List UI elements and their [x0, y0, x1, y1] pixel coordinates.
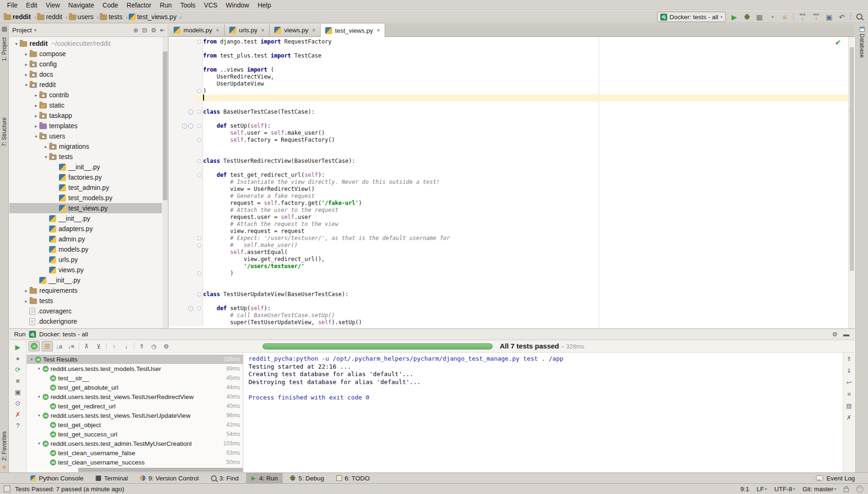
gutter[interactable]: [169, 256, 195, 263]
tab-urls-py[interactable]: urls.py×: [225, 24, 270, 36]
tree-item-factories.py[interactable]: factories.py: [9, 172, 162, 182]
debug-icon[interactable]: [743, 14, 751, 21]
readonly-lock-icon[interactable]: [844, 488, 849, 492]
gutter[interactable]: [169, 116, 195, 123]
gutter[interactable]: [169, 242, 195, 249]
fold-gutter[interactable]: [195, 249, 203, 256]
fold-gutter[interactable]: -: [195, 38, 203, 45]
tree-item-__init__.py[interactable]: __init__.py: [9, 162, 162, 172]
gutter[interactable]: [169, 249, 195, 256]
tree-item-requirements[interactable]: ▸requirements: [9, 285, 162, 296]
clear-button[interactable]: ✗: [846, 414, 852, 421]
test-row-Test Results[interactable]: ▾okTest Results328ms: [27, 355, 243, 364]
fold-icon[interactable]: -: [197, 138, 201, 142]
test-row-test_clean_username_success[interactable]: oktest_clean_username_success50ms: [27, 458, 243, 467]
tree-item-views.py[interactable]: views.py: [9, 265, 162, 275]
tree-item-compose[interactable]: ▸compose: [9, 49, 162, 59]
run-icon[interactable]: ▶: [730, 14, 738, 21]
gutter[interactable]: [169, 298, 195, 305]
tree-item-admin.py[interactable]: admin.py: [9, 234, 162, 244]
test-row-test_get_redirect_url[interactable]: oktest_get_redirect_url40ms: [27, 401, 243, 411]
vcs-update-icon[interactable]: VCS↓: [798, 13, 807, 21]
test-row-test__str__[interactable]: oktest__str__45ms: [27, 373, 243, 383]
close-icon[interactable]: ×: [216, 27, 219, 34]
fold-icon[interactable]: -: [197, 292, 201, 297]
settings-icon[interactable]: ⚙: [151, 27, 156, 34]
tree-item-contrib[interactable]: ▸contrib: [9, 90, 162, 100]
star-icon[interactable]: ★: [1, 464, 7, 471]
tree-item-test_models.py[interactable]: test_models.py: [9, 193, 162, 203]
tree-item-.coveragerc[interactable]: .coveragerc: [9, 306, 162, 316]
fold-gutter[interactable]: -: [195, 270, 203, 277]
sidebar-item-database[interactable]: Database: [859, 34, 865, 58]
fold-gutter[interactable]: [195, 186, 203, 193]
hide-icon[interactable]: ▬: [843, 331, 849, 338]
fold-gutter[interactable]: [195, 298, 203, 305]
code-editor[interactable]: -from django.test import RequestFactoryf…: [169, 37, 848, 328]
menu-item-run[interactable]: Run: [155, 0, 176, 10]
gutter[interactable]: [169, 130, 195, 137]
sidebar-item-project[interactable]: 1: Project: [1, 37, 7, 61]
fold-gutter[interactable]: [195, 45, 203, 52]
fold-icon[interactable]: -: [197, 110, 201, 114]
run-dashboard-icon[interactable]: ≡: [780, 14, 789, 21]
gutter[interactable]: [169, 200, 195, 207]
test-row-TestUser[interactable]: ▾okreddit.users.tests.test_models.TestUs…: [27, 364, 243, 373]
menu-item-file[interactable]: File: [3, 0, 22, 10]
fold-gutter[interactable]: [195, 312, 203, 319]
editor-scrollbar-thumb[interactable]: [850, 47, 854, 271]
fold-gutter[interactable]: -: [195, 109, 203, 116]
status-message[interactable]: Tests Passed: 7 passed (a minute ago): [15, 486, 124, 493]
breadcrumb-item[interactable]: reddit: [37, 13, 64, 21]
fold-gutter[interactable]: [195, 102, 203, 109]
gutter[interactable]: [169, 207, 195, 214]
test-tree-hscrollbar[interactable]: [78, 468, 243, 472]
menu-item-edit[interactable]: Edit: [22, 0, 42, 10]
gutter[interactable]: [169, 87, 195, 94]
inspections-ok-icon[interactable]: ✔: [835, 38, 841, 47]
tab-test_views-py[interactable]: test_views.py×: [321, 24, 385, 37]
fold-gutter[interactable]: [195, 319, 203, 326]
gutter[interactable]: [169, 228, 195, 235]
to-bottom-button[interactable]: ⇓: [846, 367, 852, 374]
tree-item-docs[interactable]: ▸docs: [9, 69, 162, 80]
to-top-button[interactable]: ⇑: [846, 356, 852, 363]
gutter[interactable]: [169, 94, 195, 102]
tree-item-.dockerignore[interactable]: .dockerignore: [9, 316, 162, 327]
tree-item-adapters.py[interactable]: adapters.py: [9, 224, 162, 234]
toolwindow-button-vcs[interactable]: 9: Version Control: [135, 473, 203, 483]
tree-item-templates[interactable]: ▸templates: [9, 121, 162, 131]
menu-item-vcs[interactable]: VCS: [200, 0, 222, 10]
sidebar-item-favorites[interactable]: 2: Favorites: [1, 431, 7, 461]
sort-alphabetically-button[interactable]: ↓a: [53, 343, 65, 350]
tree-item-reddit[interactable]: ▾reddit~/cookiecutter/reddit: [9, 38, 162, 49]
tree-item-models.py[interactable]: models.py: [9, 244, 162, 254]
test-row-TestUserRedirectView[interactable]: ▾okreddit.users.tests.test_views.TestUse…: [27, 392, 243, 401]
fold-icon[interactable]: -: [197, 306, 201, 311]
tree-item-config[interactable]: ▸config: [9, 59, 162, 69]
locate-icon[interactable]: ⊕: [133, 27, 139, 34]
fold-gutter[interactable]: [195, 228, 203, 235]
fold-icon[interactable]: -: [197, 236, 201, 240]
toolwindow-button-python[interactable]: Python Console: [26, 473, 88, 483]
fold-gutter[interactable]: [195, 151, 203, 158]
test-history-button[interactable]: ◷: [148, 343, 160, 350]
gutter[interactable]: ↑↓: [169, 123, 195, 130]
collapse-all-icon[interactable]: ⊟: [142, 27, 147, 34]
tree-item-taskapp[interactable]: ▸taskapp: [9, 110, 162, 121]
rerun-button[interactable]: ▶: [13, 344, 22, 351]
gutter[interactable]: [169, 52, 195, 59]
gutter[interactable]: [169, 319, 195, 326]
fold-gutter[interactable]: [195, 144, 203, 151]
gutter[interactable]: [169, 45, 195, 52]
gutter[interactable]: [169, 151, 195, 158]
recent-changes-icon[interactable]: ▣: [825, 14, 833, 21]
fold-gutter[interactable]: [195, 59, 203, 66]
fold-gutter[interactable]: [195, 221, 203, 228]
breadcrumb-item[interactable]: tests: [100, 13, 124, 21]
fold-gutter[interactable]: [195, 284, 203, 291]
editor-scrollbar-track[interactable]: [848, 37, 855, 328]
fold-gutter[interactable]: [195, 200, 203, 207]
close-icon[interactable]: ×: [377, 27, 380, 34]
tab-models-py[interactable]: models.py×: [169, 24, 225, 36]
